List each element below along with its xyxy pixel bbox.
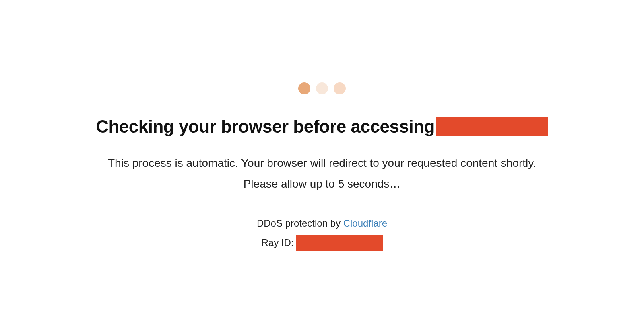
loading-dot-icon <box>334 82 346 94</box>
redacted-domain <box>436 117 548 136</box>
interstitial-container: Checking your browser before accessing T… <box>0 0 644 251</box>
ray-id-row: Ray ID: <box>0 235 644 251</box>
protection-prefix: DDoS protection by <box>257 218 343 229</box>
protection-attribution: DDoS protection by Cloudflare <box>0 218 644 229</box>
loading-dot-icon <box>316 82 328 94</box>
description-line-1: This process is automatic. Your browser … <box>0 157 644 170</box>
heading-row: Checking your browser before accessing <box>0 117 644 137</box>
page-heading: Checking your browser before accessing <box>96 117 435 137</box>
ray-id-label: Ray ID: <box>261 237 293 248</box>
description-line-2: Please allow up to 5 seconds… <box>0 178 644 191</box>
cloudflare-link[interactable]: Cloudflare <box>343 218 387 229</box>
loading-dot-icon <box>298 82 310 94</box>
redacted-ray-id <box>296 235 383 251</box>
loading-indicator <box>0 82 644 94</box>
